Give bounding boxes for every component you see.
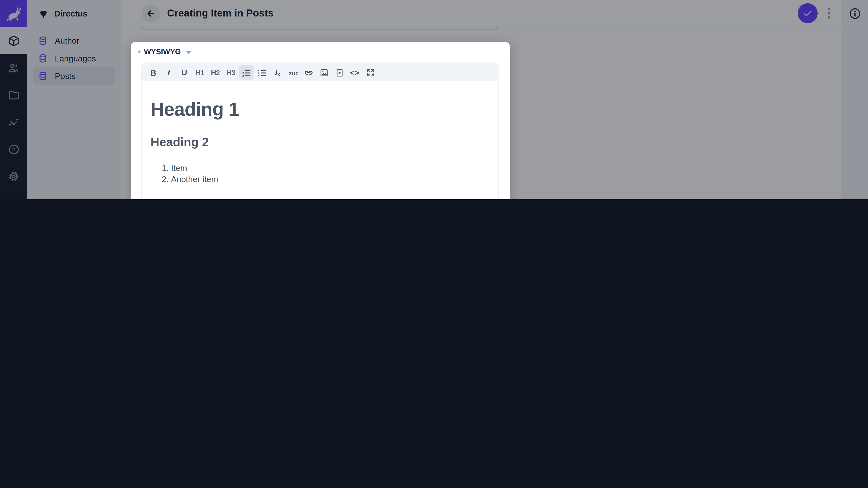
italic-button[interactable]: I — [162, 65, 176, 80]
bullet-list-icon — [257, 68, 267, 77]
list-item: Item — [171, 163, 498, 174]
video-icon — [335, 68, 344, 77]
h2-button[interactable]: H2 — [208, 65, 223, 80]
image-icon — [319, 68, 329, 77]
svg-text:1: 1 — [242, 69, 244, 71]
h1-button[interactable]: H1 — [193, 65, 207, 80]
wysiwyg-field-label-row: WYSIWYG — [138, 48, 191, 56]
content-ordered-list: Item Another item — [151, 163, 498, 185]
wysiwyg-focused-card: WYSIWYG B I U H1 H2 H3 1 2 3 — [131, 42, 510, 199]
ordered-list-button[interactable]: 1 2 3 — [239, 65, 254, 80]
image-button[interactable] — [317, 65, 331, 80]
wysiwyg-content[interactable]: Heading 1 Heading 2 Item Another item — [142, 98, 498, 199]
fullscreen-icon — [366, 68, 375, 77]
chevron-down-icon[interactable] — [186, 51, 191, 54]
edited-indicator-dot — [138, 51, 141, 53]
code-button[interactable]: <> — [348, 65, 362, 80]
blockquote-button[interactable]: ”” — [286, 65, 300, 80]
svg-text:2: 2 — [242, 71, 243, 74]
bullet-list-button[interactable] — [255, 65, 269, 80]
clear-format-button[interactable]: Ix — [270, 65, 285, 80]
ordered-list-icon: 1 2 3 — [242, 68, 251, 77]
wysiwyg-toolbar: B I U H1 H2 H3 1 2 3 — [142, 64, 498, 81]
link-button[interactable] — [301, 65, 315, 80]
wysiwyg-field-label: WYSIWYG — [144, 48, 181, 56]
fullscreen-button[interactable] — [363, 65, 378, 80]
content-heading-2: Heading 2 — [151, 135, 498, 150]
underline-button[interactable]: U — [177, 65, 192, 80]
link-icon — [303, 67, 314, 78]
content-heading-1: Heading 1 — [151, 98, 498, 120]
video-button[interactable] — [332, 65, 346, 80]
svg-text:3: 3 — [242, 74, 243, 77]
list-item: Another item — [171, 174, 498, 185]
h3-button[interactable]: H3 — [223, 65, 238, 80]
bold-button[interactable]: B — [146, 65, 161, 80]
wysiwyg-editor: B I U H1 H2 H3 1 2 3 — [141, 63, 499, 199]
directus-app: ? — [0, 0, 868, 199]
